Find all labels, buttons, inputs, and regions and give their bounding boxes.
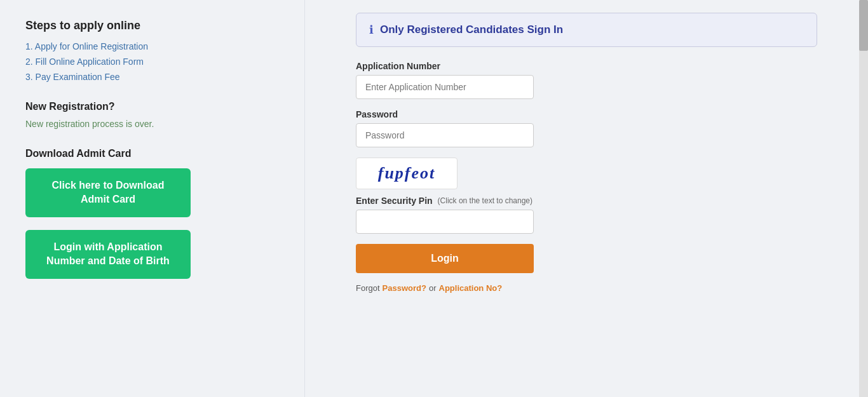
sign-in-text: Only Registered Candidates Sign In bbox=[380, 22, 563, 37]
security-pin-input[interactable] bbox=[356, 210, 534, 234]
password-label: Password bbox=[356, 109, 817, 119]
security-pin-group bbox=[356, 210, 817, 234]
application-number-label: Application Number bbox=[356, 61, 817, 71]
captcha-text[interactable]: fupfeot bbox=[378, 164, 436, 183]
forgot-row: Forgot Password? or Application No? bbox=[356, 283, 817, 293]
new-registration-title: New Registration? bbox=[25, 101, 279, 112]
forgot-label: Forgot bbox=[356, 283, 380, 293]
scrollbar-thumb[interactable] bbox=[859, 0, 868, 51]
security-pin-label-row: Enter Security Pin (Click on the text to… bbox=[356, 196, 817, 206]
page-wrapper: Steps to apply online 1. Apply for Onlin… bbox=[0, 0, 868, 397]
download-admit-card-button[interactable]: Click here to Download Admit Card bbox=[25, 168, 191, 217]
step-1[interactable]: 1. Apply for Online Registration bbox=[25, 41, 279, 51]
login-button[interactable]: Login bbox=[356, 244, 534, 273]
download-title: Download Admit Card bbox=[25, 148, 279, 159]
sign-in-banner: ℹ Only Registered Candidates Sign In bbox=[356, 13, 817, 47]
right-panel: ℹ Only Registered Candidates Sign In App… bbox=[305, 0, 868, 397]
click-hint: (Click on the text to change) bbox=[438, 196, 532, 205]
captcha-container[interactable]: fupfeot bbox=[356, 158, 458, 189]
password-input[interactable] bbox=[356, 123, 534, 147]
info-icon: ℹ bbox=[369, 23, 374, 37]
password-group: Password bbox=[356, 109, 817, 147]
registration-note: New registration process is over. bbox=[25, 119, 279, 129]
steps-title: Steps to apply online bbox=[25, 19, 279, 32]
login-with-dob-button[interactable]: Login with Application Number and Date o… bbox=[25, 230, 191, 279]
left-panel: Steps to apply online 1. Apply for Onlin… bbox=[0, 0, 305, 397]
application-number-input[interactable] bbox=[356, 75, 534, 99]
security-pin-label: Enter Security Pin bbox=[356, 196, 433, 206]
application-number-group: Application Number bbox=[356, 61, 817, 99]
forgot-password-link[interactable]: Password? bbox=[383, 283, 426, 293]
forgot-or: or bbox=[429, 283, 437, 293]
scrollbar-track[interactable] bbox=[859, 0, 868, 397]
forgot-application-link[interactable]: Application No? bbox=[439, 283, 503, 293]
step-3[interactable]: 3. Pay Examination Fee bbox=[25, 72, 279, 82]
step-2[interactable]: 2. Fill Online Application Form bbox=[25, 57, 279, 67]
steps-list: 1. Apply for Online Registration 2. Fill… bbox=[25, 41, 279, 82]
